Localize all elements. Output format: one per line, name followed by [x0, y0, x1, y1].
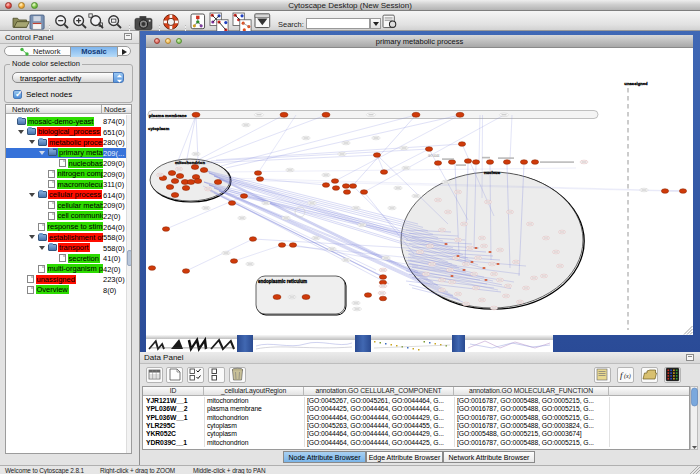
svg-text:cytoplasm: cytoplasm [148, 126, 169, 131]
svg-text:unassigned: unassigned [624, 81, 648, 86]
svg-text:GO:0044: GO:0044 [428, 154, 440, 158]
svg-text:endoplasmic reticulum: endoplasmic reticulum [258, 279, 307, 284]
svg-text:plasma membrane: plasma membrane [149, 113, 187, 118]
svg-text:nucleus: nucleus [484, 170, 501, 175]
svg-text:(x): (x) [624, 373, 631, 380]
svg-text:mitochondrion: mitochondrion [175, 160, 205, 165]
